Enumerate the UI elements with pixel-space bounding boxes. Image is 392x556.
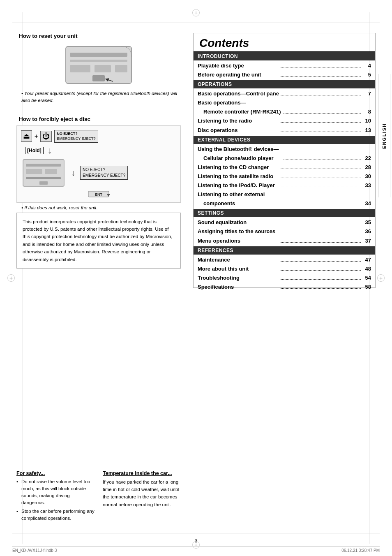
toc-entry-basic-control: Basic operations—Control panel 7	[198, 89, 371, 98]
toc-label-specs: Specifications	[198, 283, 279, 292]
toc-dots-radio	[280, 122, 361, 123]
reg-mark-left	[7, 274, 15, 282]
eject-device-svg	[21, 158, 66, 188]
toc-page-specs: 58	[362, 283, 371, 292]
reset-section: How to reset your unit	[16, 33, 181, 107]
safety-list: Do not raise the volume level too much, …	[16, 478, 95, 522]
footer-bar: EN_KD-AVX11J-f.indb 3 06.12.21 3:28:47 P…	[12, 546, 380, 553]
toc-entries-introduction: Playable disc type 4 Before operating th…	[194, 60, 375, 80]
toc-page-before: 5	[362, 70, 371, 79]
svg-rect-6	[95, 65, 111, 72]
toc-label-more: More about this unit	[198, 264, 279, 273]
eject-row1: ⏏ + ⏻ NO EJECT? EMERGENCY EJECT?	[21, 130, 176, 143]
reg-mark-top	[192, 9, 200, 16]
eject-label-1: NO EJECT? EMERGENCY EJECT?	[54, 130, 98, 143]
toc-label-sound: Sound equalization	[198, 218, 279, 227]
page: How to reset your unit	[0, 0, 392, 556]
toc-entry-bluetooth-head: Using the Bluetooth® devices—	[198, 145, 371, 154]
toc-header-introduction: INTRODUCTION	[194, 52, 375, 60]
toc-label-basic-control: Basic operations—Control panel	[198, 89, 279, 98]
right-column: Contents INTRODUCTION Playable disc type…	[193, 33, 376, 523]
english-label: ENGLISH	[382, 123, 387, 149]
footer-right: 06.12.21 3:28:47 PM	[341, 548, 380, 553]
temp-title: Temperature inside the car...	[103, 470, 181, 476]
toc-entry-before: Before operating the unit 5	[198, 70, 371, 79]
toc-dots-cd-changer	[280, 169, 361, 169]
toc-label-basic-remote-head: Basic operations—	[198, 98, 371, 107]
toc-label-maintenance: Maintenance	[198, 255, 279, 264]
toc-label-trouble: Troubleshooting	[198, 273, 279, 283]
reset-title: How to reset your unit	[16, 33, 181, 39]
temperature-section: Temperature inside the car... If you hav…	[103, 470, 181, 524]
toc-page-cellular: 22	[362, 154, 371, 163]
toc-dots-remote	[283, 113, 361, 114]
eject-ent-row: ENT	[21, 190, 176, 198]
toc-entry-trouble: Troubleshooting 54	[198, 273, 371, 283]
toc-entry-radio: Listening to the radio 10	[198, 116, 371, 125]
top-border	[12, 23, 380, 23]
toc-page-ipod: 33	[362, 181, 371, 190]
toc-page-satellite: 30	[362, 172, 371, 181]
eject-plus: +	[35, 133, 38, 139]
toc-page-remote: 8	[362, 107, 371, 116]
page-number: 3	[195, 538, 198, 544]
svg-rect-1	[70, 53, 127, 57]
toc-dots-sound	[280, 224, 361, 224]
toc-dots-specs	[280, 288, 361, 289]
toc-label-components: components	[203, 199, 281, 208]
toc-page-maintenance: 47	[362, 255, 371, 264]
reg-mark-right	[377, 274, 385, 282]
copyright-box: This product incorporates copyright prot…	[16, 213, 181, 269]
toc-label-assigning: Assigning titles to the sources	[198, 227, 279, 236]
toc-entries-external: Using the Bluetooth® devices— Cellular p…	[194, 144, 375, 209]
toc-page-sound: 35	[362, 218, 371, 227]
toc-dots-disc	[280, 132, 361, 132]
toc-dots-assigning	[280, 233, 361, 233]
toc-page-basic-control: 7	[362, 89, 371, 98]
safety-title: For safety...	[16, 470, 95, 476]
copyright-text: This product incorporates copyright prot…	[23, 218, 175, 263]
english-sidebar: ENGLISH	[378, 74, 390, 197]
toc-header-external: EXTERNAL DEVICES	[194, 136, 375, 144]
toc-dots	[280, 67, 361, 67]
svg-rect-2	[70, 60, 127, 62]
eject-note: • If this does not work, reset the unit.	[21, 205, 181, 210]
toc-dots-ipod	[280, 187, 361, 187]
toc-page-more: 48	[362, 264, 371, 273]
temp-text: If you have parked the car for a long ti…	[103, 478, 181, 509]
safety-item-1: Do not raise the volume level too much, …	[16, 478, 95, 507]
toc-entry-assigning: Assigning titles to the sources 36	[198, 227, 371, 236]
toc-entry-ipod: Listening to the iPod/D. Player 33	[198, 181, 371, 190]
eject-power-icon: ⏏	[21, 130, 32, 142]
eject-hold-row: [Hold] ↓	[25, 145, 176, 156]
toc-entry-menu: Menu operations 37	[198, 236, 371, 246]
toc-entry-satellite: Listening to the satellite radio 30	[198, 172, 371, 181]
toc-label-radio: Listening to the radio	[198, 116, 279, 125]
toc-entry-cd-changer: Listening to the CD changer 28	[198, 163, 371, 172]
eject-arrows: ↓	[71, 168, 75, 178]
toc-page-radio: 10	[362, 116, 371, 125]
bottom-sections: For safety... Do not raise the volume le…	[16, 466, 181, 524]
toc-label-other-head: Listening to other external	[198, 190, 371, 199]
svg-rect-13	[39, 181, 48, 185]
svg-rect-7	[115, 65, 127, 72]
toc-entry-playable: Playable disc type 4	[198, 61, 371, 70]
toc-dots-menu	[280, 242, 361, 243]
toc-dots-satellite	[280, 178, 361, 178]
toc-page-cd-changer: 28	[362, 163, 371, 172]
toc-container: Contents INTRODUCTION Playable disc type…	[193, 33, 376, 288]
toc-dots-maintenance	[280, 261, 361, 262]
toc-label-playable: Playable disc type	[198, 61, 279, 70]
toc-label-cellular: Cellular phone/audio player	[203, 154, 281, 163]
toc-header-references: REFERENCES	[194, 246, 375, 255]
toc-title: Contents	[194, 33, 375, 52]
toc-entry-other-head: Listening to other external	[198, 190, 371, 199]
svg-rect-10	[26, 169, 42, 174]
ent-button-svg: ENT	[86, 190, 111, 198]
toc-page-components: 34	[362, 199, 371, 208]
toc-entry-cellular: Cellular phone/audio player 22	[198, 154, 371, 163]
toc-entry-basic-remote-head: Basic operations—	[198, 98, 371, 107]
toc-label-bluetooth-head: Using the Bluetooth® devices—	[198, 145, 371, 154]
reset-device-svg	[58, 42, 140, 88]
toc-dots-basic-control	[280, 95, 361, 95]
